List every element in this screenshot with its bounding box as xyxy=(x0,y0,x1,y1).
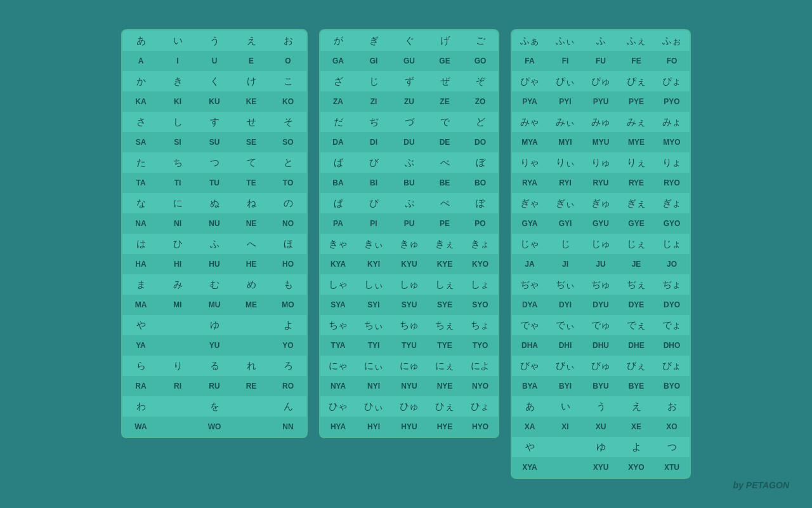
kana-cell: ぴゅ xyxy=(583,71,619,91)
kana-cell: う xyxy=(583,396,619,417)
kana-cell: HE xyxy=(233,254,270,274)
hiragana-basic-table: あいうえおAIUEOかきくけこKAKIKUKEKOさしすせそSASISUSESO… xyxy=(121,29,308,438)
kana-cell: ん xyxy=(270,396,306,417)
kana-cell: だ xyxy=(320,112,356,132)
kana-cell: DHI xyxy=(547,335,583,356)
kana-cell: HA xyxy=(122,254,159,274)
kana-cell: え xyxy=(619,396,654,417)
kana-cell: びぃ xyxy=(547,356,583,376)
kana-cell: KYE xyxy=(427,254,462,274)
kana-cell: RYE xyxy=(619,173,654,193)
kana-cell: FE xyxy=(619,51,654,71)
kana-cell: DO xyxy=(462,132,498,152)
kana-cell: ま xyxy=(122,274,159,295)
kana-cell: XE xyxy=(619,417,654,437)
kana-cell: ず xyxy=(391,71,427,91)
kana-cell: きぇ xyxy=(427,234,462,254)
kana-cell: あ xyxy=(122,30,159,51)
kana-cell: ぎょ xyxy=(654,193,690,213)
kana-cell: XA xyxy=(512,417,547,437)
kana-cell: ひぃ xyxy=(356,396,391,417)
kana-cell: GYE xyxy=(619,213,654,234)
kana-cell: RO xyxy=(270,376,306,396)
kana-cell: みょ xyxy=(654,112,690,132)
kana-cell: め xyxy=(233,274,270,295)
kana-cell: RA xyxy=(122,376,159,396)
kana-cell: か xyxy=(122,71,159,91)
kana-cell: YA xyxy=(122,335,159,356)
kana-cell: RE xyxy=(233,376,270,396)
kana-cell: NO xyxy=(270,213,306,234)
kana-cell: SYU xyxy=(391,295,427,315)
kana-cell: き xyxy=(159,71,196,91)
kana-cell: GO xyxy=(462,51,498,71)
kana-cell: ぬ xyxy=(196,193,233,213)
kana-cell: みゅ xyxy=(583,112,619,132)
kana-cell: TYI xyxy=(356,335,391,356)
kana-cell: を xyxy=(196,396,233,417)
kana-cell: NN xyxy=(270,417,306,437)
kana-cell: GYO xyxy=(654,213,690,234)
kana-cell: DHE xyxy=(619,335,654,356)
kana-cell: RI xyxy=(159,376,196,396)
kana-cell: PO xyxy=(462,213,498,234)
kana-cell: ZO xyxy=(462,91,498,112)
kana-cell: BE xyxy=(427,173,462,193)
kana-cell: TYA xyxy=(320,335,356,356)
kana-cell: XO xyxy=(654,417,690,437)
kana-cell: は xyxy=(122,234,159,254)
kana-cell: ぴぇ xyxy=(619,71,654,91)
kana-cell: しゅ xyxy=(391,274,427,295)
kana-cell xyxy=(159,396,196,417)
kana-cell: み xyxy=(159,274,196,295)
kana-cell: こ xyxy=(270,71,306,91)
kana-cell: NYU xyxy=(391,376,427,396)
kana-cell: JI xyxy=(547,254,583,274)
kana-cell: に xyxy=(159,193,196,213)
kana-cell: SI xyxy=(159,132,196,152)
kana-cell: GYI xyxy=(547,213,583,234)
kana-cell: PYI xyxy=(547,91,583,112)
kana-cell: お xyxy=(270,30,306,51)
kana-cell: ね xyxy=(233,193,270,213)
kana-cell: ぢ xyxy=(356,112,391,132)
kana-cell: きゃ xyxy=(320,234,356,254)
kana-cell: NYI xyxy=(356,376,391,396)
kana-cell: DYO xyxy=(654,295,690,315)
kana-cell: KYI xyxy=(356,254,391,274)
kana-cell: KYU xyxy=(391,254,427,274)
kana-cell: よ xyxy=(619,437,654,457)
kana-cell: DHO xyxy=(654,335,690,356)
kana-cell: びょ xyxy=(654,356,690,376)
kana-cell: FO xyxy=(654,51,690,71)
kana-cell: りゃ xyxy=(512,152,547,173)
kana-cell: NYA xyxy=(320,376,356,396)
kana-cell: GE xyxy=(427,51,462,71)
kana-cell: つ xyxy=(654,437,690,457)
kana-cell: BA xyxy=(320,173,356,193)
kana-cell: じゃ xyxy=(512,234,547,254)
kana-cell: ふ xyxy=(583,30,619,51)
kana-cell xyxy=(233,335,270,356)
kana-cell: BU xyxy=(391,173,427,193)
kana-cell: ちょ xyxy=(462,315,498,335)
kana-cell: び xyxy=(356,152,391,173)
kana-cell: JE xyxy=(619,254,654,274)
kana-cell: い xyxy=(159,30,196,51)
kana-cell: MYA xyxy=(512,132,547,152)
kana-cell: DYU xyxy=(583,295,619,315)
kana-cell: ぱ xyxy=(320,193,356,213)
kana-cell: え xyxy=(233,30,270,51)
kana-cell: SYI xyxy=(356,295,391,315)
kana-cell: みゃ xyxy=(512,112,547,132)
kana-cell: DHA xyxy=(512,335,547,356)
kana-cell: ZA xyxy=(320,91,356,112)
kana-cell: SYE xyxy=(427,295,462,315)
kana-cell: MYU xyxy=(583,132,619,152)
kana-cell: TE xyxy=(233,173,270,193)
kana-cell xyxy=(159,315,196,335)
kana-cell: BYO xyxy=(654,376,690,396)
kana-cell: XYA xyxy=(512,457,547,478)
kana-cell: XYU xyxy=(583,457,619,478)
kana-cell: ME xyxy=(233,295,270,315)
